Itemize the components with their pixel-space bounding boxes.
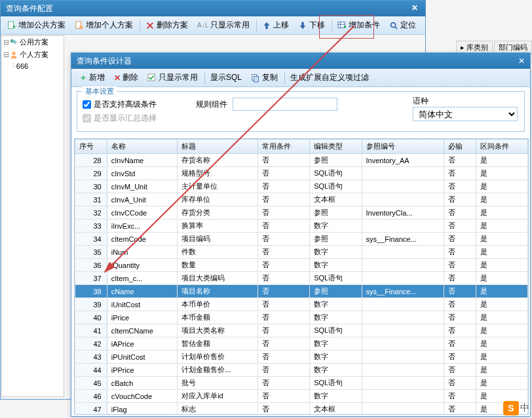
svg-rect-10 <box>254 76 258 82</box>
arrow-up-icon <box>262 21 271 30</box>
outer-titlebar: 查询条件配置 ✕ <box>1 1 425 16</box>
add-button[interactable]: ＋ 新增 <box>75 71 109 85</box>
table-row[interactable]: 36iQuantity数量否数字否是大于等于 <box>75 259 529 272</box>
arrow-down-icon <box>298 21 307 30</box>
inner-toolbar: ＋ 新增 ✕ 删除 只显示常用 显示SQL 复制 生成扩展自定义项过滤 <box>71 69 530 87</box>
table-row[interactable]: 46cVouchCode对应入库单id否数字否是大于等于 <box>75 390 529 403</box>
table-row[interactable]: 42iAPrice暂估金额否数字否是大于等于 <box>75 337 529 351</box>
show-summary-checkbox: 是否显示汇总选择 <box>83 113 157 124</box>
x-icon: ✕ <box>114 73 121 83</box>
inner-title: 查询条件设计器 <box>77 53 132 69</box>
table-row[interactable]: 31cInvA_Unit库存单位否文本框否是大于等于 <box>75 193 529 206</box>
table-row[interactable]: 39iUnitCost本币单价否数字否是大于等于 <box>75 298 529 311</box>
basic-settings-group: 基本设置 是否支持高级条件 规则组件 是否显示汇总选择 语种 简体中文 <box>77 91 525 132</box>
column-header[interactable]: 必输 <box>444 140 476 154</box>
show-sql-button[interactable]: 显示SQL <box>206 71 246 85</box>
plus-icon: ＋ <box>79 72 87 83</box>
column-header[interactable]: 名称 <box>107 140 177 154</box>
table-row[interactable]: 43iPUnitCost计划单价售价否数字否是大于等于 <box>75 351 529 364</box>
table-row[interactable]: 34cItemCode项目编码否参照sys__Finance...否是大于等于 <box>75 233 529 246</box>
table-row[interactable]: 44iPPrice计划金额售价...否数字否是大于等于 <box>75 364 529 377</box>
custom-filter-button[interactable]: 生成扩展自定义项过滤 <box>286 71 373 85</box>
user-icon <box>9 50 18 60</box>
rule-component-label: 规则组件 <box>196 99 227 110</box>
copy-button[interactable]: 复制 <box>247 71 282 85</box>
filter-icon: A↓L <box>197 22 208 29</box>
outer-close-button[interactable]: ✕ <box>409 3 420 14</box>
add-private-scheme-button[interactable]: 增加个人方案 <box>71 18 137 32</box>
grid-plus-icon <box>337 21 347 30</box>
column-header[interactable]: 标题 <box>178 140 258 154</box>
add-public-scheme-button[interactable]: 增加公共方案 <box>3 18 69 32</box>
checkbox-icon <box>147 73 157 83</box>
scheme-tree: ⊟ 公用方案 ⊟ 个人方案 └ 666 <box>1 35 64 397</box>
grid-header-row: 序号名称标题常用条件编辑类型参照编号必输区间条件比较符缺省 <box>75 140 529 154</box>
column-header[interactable]: 序号 <box>75 140 107 154</box>
inner-close-button[interactable]: ✕ <box>518 53 525 69</box>
table-row[interactable]: 30cInvM_Unit主计量单位否SQL语句否是大于等于 <box>75 180 529 193</box>
column-header[interactable]: 参照编号 <box>362 140 444 154</box>
outer-title: 查询条件配置 <box>6 1 53 16</box>
delete-button[interactable]: ✕ 删除 <box>110 71 142 85</box>
table-row[interactable]: 38cName项目名称否参照sys__Finance...否是大于等于 <box>75 285 529 298</box>
table-row[interactable]: 37cItem_c...项目大类编码否SQL语句否是大于等于 <box>75 272 529 285</box>
column-header[interactable]: 编辑类型 <box>310 140 362 154</box>
delete-icon <box>145 21 155 30</box>
table-row[interactable]: 35iNum件数否数字否是大于等于 <box>75 246 529 259</box>
language-select[interactable]: 简体中文 <box>413 107 518 121</box>
locate-icon <box>389 21 398 30</box>
users-icon <box>9 38 18 47</box>
show-common-only-button[interactable]: A↓L 只显示常用 <box>193 18 254 32</box>
ime-badge-icon: S <box>503 401 519 415</box>
tree-public-scheme[interactable]: ⊟ 公用方案 <box>2 36 64 48</box>
ime-indicator[interactable]: S 中 <box>503 401 529 415</box>
table-row[interactable]: 32cInvCCode存货分类否参照InventoryCla...否是大于等于 <box>75 206 529 219</box>
inner-titlebar: 查询条件设计器 ✕ <box>71 53 530 69</box>
table-row[interactable]: 41cItemCName项目大类名称否SQL语句否是大于等于 <box>75 324 529 337</box>
svg-point-6 <box>13 40 16 43</box>
document-user-icon <box>75 21 84 30</box>
show-common-button[interactable]: 只显示常用 <box>143 71 202 85</box>
document-plus-icon <box>7 21 16 30</box>
add-condition-button[interactable]: 增加条件 <box>333 18 384 32</box>
column-header[interactable]: 区间条件 <box>476 140 527 154</box>
settings-legend: 基本设置 <box>83 86 117 96</box>
copy-icon <box>251 73 260 83</box>
move-up-button[interactable]: 上移 <box>258 18 293 32</box>
table-row[interactable]: 45cBatch批号否SQL语句否是大于等于 <box>75 377 529 390</box>
locate-button[interactable]: 定位 <box>385 18 420 32</box>
column-header[interactable]: 常用条件 <box>257 140 309 154</box>
language-label: 语种 <box>413 96 518 107</box>
svg-point-2 <box>79 26 83 29</box>
svg-rect-0 <box>9 21 14 28</box>
svg-rect-8 <box>148 73 155 81</box>
query-designer-window: 查询条件设计器 ✕ ＋ 新增 ✕ 删除 只显示常用 显示SQL 复制 生成扩展自… <box>71 52 531 417</box>
support-advanced-checkbox[interactable]: 是否支持高级条件 <box>83 99 157 110</box>
outer-toolbar: 增加公共方案 增加个人方案 删除方案 A↓L 只显示常用 上移 下移 增加条件 <box>1 16 425 35</box>
table-row[interactable]: 47iFlag标志否文本框否是大于等于 <box>75 403 529 415</box>
conditions-grid[interactable]: 序号名称标题常用条件编辑类型参照编号必输区间条件比较符缺省 28cInvName… <box>74 138 529 415</box>
table-row[interactable]: 28cInvName存货名称否参照Inventory_AA否是大于等于 <box>75 154 529 167</box>
rule-component-input[interactable] <box>233 98 337 111</box>
table-row[interactable]: 29cInvStd规格型号否SQL语句否是大于等于 <box>75 167 529 180</box>
table-row[interactable]: 33iInvExc...换算率否数字否是大于等于 <box>75 219 529 233</box>
move-down-button[interactable]: 下移 <box>294 18 329 32</box>
tree-private-scheme[interactable]: ⊟ 个人方案 <box>2 48 64 61</box>
table-row[interactable]: 40iPrice本币金额否数字否是大于等于 <box>75 311 529 324</box>
tree-item-child[interactable]: └ 666 <box>2 61 64 71</box>
svg-point-4 <box>391 22 396 27</box>
svg-point-7 <box>12 51 15 54</box>
delete-scheme-button[interactable]: 删除方案 <box>142 18 192 32</box>
column-header[interactable]: 比较符 <box>527 140 529 154</box>
